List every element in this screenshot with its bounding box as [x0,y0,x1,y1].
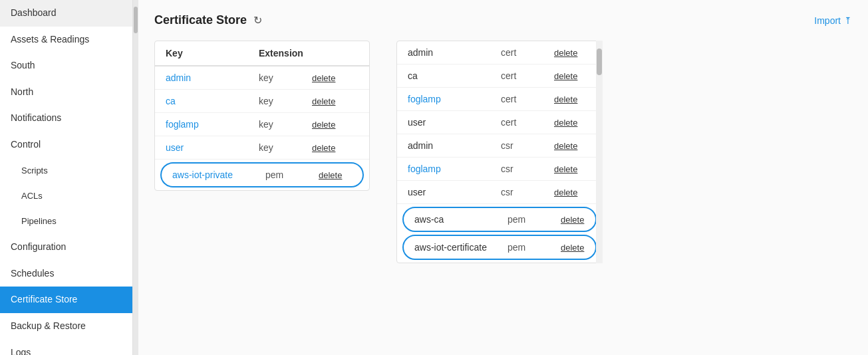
main-content: Certificate Store ↻ Import ⤒ Key Extensi… [138,0,868,355]
import-button[interactable]: Import ⤒ [814,15,852,26]
tables-container: Key Extension admin key delete ca key de… [154,41,852,263]
row-ext: pem [265,170,319,180]
sidebar-item-pipelines[interactable]: Pipelines [0,209,132,234]
right-table: admin cert delete ca cert delete foglamp… [396,41,603,263]
col-key-header: Key [166,48,259,59]
delete-link[interactable]: delete [561,243,584,253]
delete-link[interactable]: delete [312,73,335,83]
row-ext: key [259,72,312,83]
row-name: ca [166,96,259,106]
sidebar-item-north[interactable]: North [0,79,132,106]
row-ext: cert [501,47,554,58]
row-name: admin [408,140,501,151]
right-scroll-thumb [597,49,602,75]
table-row: aws-iot-certificate pem delete [404,236,595,259]
sidebar-item-backup-restore[interactable]: Backup & Restore [0,313,132,340]
row-ext: csr [501,187,554,197]
page-title: Certificate Store [154,13,247,27]
delete-link[interactable]: delete [554,141,577,151]
row-name: user [166,142,259,153]
left-table-header: Key Extension [155,41,369,66]
page-title-area: Certificate Store ↻ [154,13,262,27]
sidebar: DashboardAssets & ReadingsSouthNorthNoti… [0,0,133,355]
page-header: Certificate Store ↻ Import ⤒ [154,13,852,27]
sidebar-item-scripts[interactable]: Scripts [0,158,132,183]
table-row: admin cert delete [397,41,602,64]
right-scrollbar[interactable] [596,41,603,263]
row-ext: cert [501,94,554,104]
sidebar-item-schedules[interactable]: Schedules [0,261,132,287]
row-name: foglamp [408,164,501,174]
delete-link[interactable]: delete [312,120,335,130]
row-name: foglamp [408,94,501,104]
right-row-highlighted-7: aws-ca pem delete [402,207,597,232]
delete-link[interactable]: delete [554,71,577,81]
row-name: ca [408,70,501,81]
row-ext: csr [501,140,554,151]
row-ext: pem [507,214,561,225]
sidebar-item-certificate-store[interactable]: Certificate Store [0,287,132,313]
sidebar-item-logs[interactable]: Logs [0,340,132,356]
row-name: aws-iot-private [172,170,265,180]
table-row: foglamp cert delete [397,88,602,111]
row-ext: csr [501,164,554,174]
sidebar-item-control[interactable]: Control [0,132,132,158]
content-area: Certificate Store ↻ Import ⤒ Key Extensi… [138,0,868,355]
delete-link[interactable]: delete [312,96,335,106]
table-row: ca key delete [155,90,369,113]
table-row: aws-ca pem delete [404,208,595,231]
delete-link[interactable]: delete [554,48,577,58]
right-table-body: admin cert delete ca cert delete foglamp… [397,41,602,260]
upload-icon: ⤒ [844,15,852,26]
row-name: admin [408,47,501,58]
delete-link[interactable]: delete [312,143,335,153]
refresh-icon[interactable]: ↻ [253,14,262,27]
table-row: user cert delete [397,111,602,134]
row-ext: pem [507,242,561,253]
row-name: aws-ca [414,214,507,225]
sidebar-item-configuration[interactable]: Configuration [0,234,132,261]
delete-link[interactable]: delete [554,187,577,197]
table-row: foglamp key delete [155,113,369,136]
row-ext: key [259,96,312,106]
sidebar-scroll-thumb [134,7,138,33]
delete-link[interactable]: delete [554,118,577,128]
table-row: admin csr delete [397,134,602,158]
sidebar-item-acls[interactable]: ACLs [0,183,132,209]
table-row: user key delete [155,136,369,160]
left-table: Key Extension admin key delete ca key de… [154,41,370,191]
row-ext: key [259,142,312,153]
delete-link[interactable]: delete [319,170,342,180]
left-table-body: admin key delete ca key delete foglamp k… [155,66,369,187]
right-table-wrapper: admin cert delete ca cert delete foglamp… [396,41,603,263]
sidebar-item-dashboard[interactable]: Dashboard [0,0,132,27]
row-name: admin [166,72,259,83]
table-row: aws-iot-private pem delete [162,164,362,186]
row-name: foglamp [166,119,259,130]
row-name: user [408,117,501,128]
delete-link[interactable]: delete [554,94,577,104]
table-row: user csr delete [397,181,602,204]
table-row: ca cert delete [397,64,602,88]
table-row: foglamp csr delete [397,158,602,181]
row-name: user [408,187,501,197]
row-name: aws-iot-certificate [414,242,507,253]
left-row-highlighted-4: aws-iot-private pem delete [160,162,364,187]
sidebar-item-south[interactable]: South [0,53,132,79]
sidebar-scrollbar[interactable] [133,0,138,355]
row-ext: cert [501,70,554,81]
sidebar-item-notifications[interactable]: Notifications [0,105,132,132]
delete-link[interactable]: delete [554,164,577,174]
table-row: admin key delete [155,66,369,90]
sidebar-item-assets-readings[interactable]: Assets & Readings [0,27,132,53]
delete-link[interactable]: delete [561,215,584,225]
right-row-highlighted-8: aws-iot-certificate pem delete [402,235,597,260]
row-ext: key [259,119,312,130]
import-label: Import [814,15,841,26]
row-ext: cert [501,117,554,128]
col-ext-header: Extension [259,48,312,59]
